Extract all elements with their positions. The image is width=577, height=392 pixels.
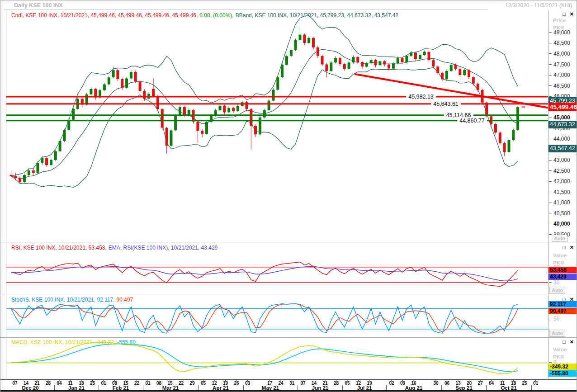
candle-body <box>28 170 30 175</box>
candle-body <box>494 124 497 132</box>
candle-body <box>414 53 417 59</box>
candle-body <box>361 62 364 66</box>
candle-body <box>63 130 66 141</box>
candle-body <box>121 79 123 88</box>
candle-body <box>378 61 381 65</box>
panel-separator <box>0 295 577 295</box>
rsi-line <box>11 262 518 287</box>
candle-body <box>468 70 470 77</box>
candle-body <box>392 63 395 68</box>
candle-body <box>508 140 511 152</box>
candle-body <box>299 35 302 40</box>
macd-signal-line <box>11 344 518 372</box>
candle-body <box>374 60 377 66</box>
candle-body <box>454 65 457 69</box>
candle-body <box>321 56 324 65</box>
candle-body <box>156 96 159 109</box>
candle-body <box>254 126 257 134</box>
candle-body <box>54 151 57 160</box>
candle-body <box>339 58 341 64</box>
candle-body <box>10 175 13 176</box>
trend-line[interactable] <box>355 74 549 108</box>
candle-body <box>37 163 39 173</box>
candle-body <box>356 57 359 62</box>
candle-body <box>196 122 199 131</box>
candle-body <box>445 71 448 79</box>
candle-body <box>268 101 270 110</box>
candle-body <box>205 122 208 134</box>
candle-body <box>103 85 106 90</box>
candle-body <box>294 40 297 50</box>
candle-body <box>263 110 266 118</box>
candle-body <box>343 64 346 69</box>
candle-body <box>290 50 293 56</box>
candle-body <box>472 77 475 84</box>
candle-body <box>236 106 239 111</box>
candle-body <box>383 61 386 64</box>
candle-body <box>365 63 368 66</box>
candle-body <box>59 141 61 151</box>
candle-body <box>130 72 132 79</box>
candle-body <box>90 89 92 94</box>
candle-body <box>166 128 168 146</box>
candle-body <box>276 77 279 90</box>
candle-body <box>227 108 230 113</box>
candle-body <box>112 70 115 77</box>
candle-body <box>108 77 110 85</box>
candle-body <box>432 60 435 66</box>
candle-body <box>219 106 222 110</box>
candle-body <box>170 130 172 146</box>
panel-separator <box>0 337 577 338</box>
candle-body <box>303 35 306 43</box>
candle-body <box>116 70 119 79</box>
candle-body <box>183 107 186 115</box>
candle-body <box>459 69 461 75</box>
candle-body <box>463 70 466 75</box>
candle-body <box>477 84 479 90</box>
candle-body <box>348 62 350 69</box>
candle-body <box>516 107 519 130</box>
candle-body <box>330 62 332 71</box>
candle-body <box>370 60 373 64</box>
plot-right-border <box>548 10 549 379</box>
candle-body <box>41 158 43 163</box>
macd-line <box>11 342 518 374</box>
candle-body <box>143 91 146 99</box>
candle-body <box>272 90 275 101</box>
candle-body <box>410 53 412 56</box>
candle-body <box>281 65 284 77</box>
candle-body <box>19 178 21 182</box>
candle-body <box>388 65 390 69</box>
chart-canvas[interactable] <box>0 0 577 392</box>
candle-body <box>436 66 439 73</box>
candle-body <box>14 176 17 179</box>
candle-body <box>352 57 355 62</box>
candle-body <box>161 109 164 128</box>
candlestick-series <box>10 27 520 184</box>
candle-body <box>450 65 453 71</box>
candle-body <box>401 58 404 62</box>
candle-body <box>223 106 226 113</box>
bollinger-lower-line <box>11 67 518 187</box>
candle-body <box>397 58 399 63</box>
candle-body <box>317 47 319 56</box>
candle-body <box>250 109 252 126</box>
rsi-ema-line <box>11 266 518 281</box>
candle-body <box>152 89 155 96</box>
candle-body <box>325 65 328 71</box>
xaxis-border <box>0 379 577 380</box>
plot-left-border <box>6 10 6 379</box>
panel-separator <box>0 242 577 242</box>
candle-body <box>139 81 142 91</box>
candle-body <box>201 131 203 134</box>
candle-body <box>174 116 177 130</box>
candle-body <box>307 38 310 43</box>
candle-body <box>441 73 444 79</box>
candle-body <box>499 132 501 143</box>
candle-body <box>232 108 235 112</box>
candle-body <box>45 158 48 165</box>
candle-body <box>334 58 337 62</box>
candle-body <box>503 143 506 152</box>
candle-body <box>67 120 70 130</box>
candle-body <box>312 38 315 47</box>
